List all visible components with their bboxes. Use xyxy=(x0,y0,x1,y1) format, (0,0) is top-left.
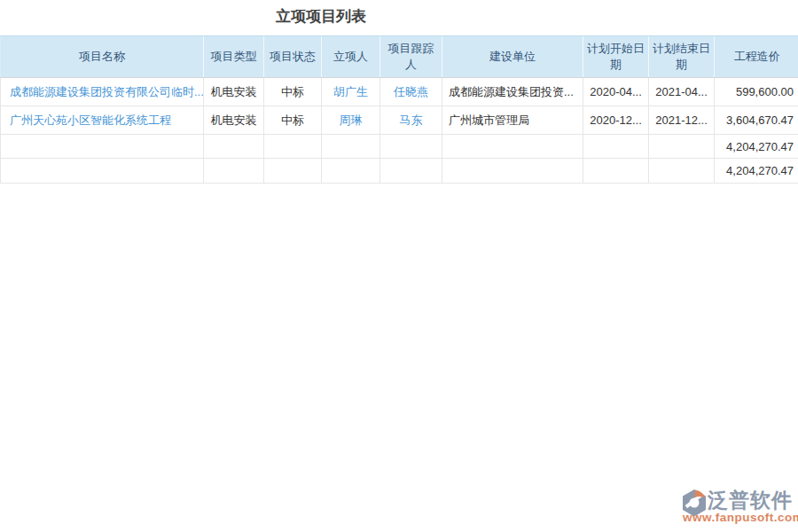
cell-tracker xyxy=(380,135,442,159)
cell-start: 2020-12... xyxy=(583,106,649,135)
table-row: 成都能源建设集团投资有限公司临时...机电安装中标胡广生任晓燕成都能源建设集团投… xyxy=(1,78,798,106)
cell-status: 中标 xyxy=(264,106,322,135)
table-row: 4,204,270.47 xyxy=(1,135,798,159)
cell-creator: 胡广生 xyxy=(322,78,380,106)
cell-start xyxy=(583,159,649,184)
cell-tracker: 任晓燕 xyxy=(380,78,442,106)
cell-status xyxy=(264,159,322,184)
cell-type xyxy=(204,135,264,159)
col-header-status: 项目状态 xyxy=(264,36,322,78)
col-header-end: 计划结束日期 xyxy=(649,36,715,78)
cell-cost: 3,604,670.47 xyxy=(715,106,798,135)
table-body: 成都能源建设集团投资有限公司临时...机电安装中标胡广生任晓燕成都能源建设集团投… xyxy=(1,78,798,184)
cell-org: 广州城市管理局 xyxy=(442,106,583,135)
col-header-tracker: 项目跟踪人 xyxy=(380,36,442,78)
cell-org xyxy=(442,159,583,184)
table-header: 项目名称项目类型项目状态立项人项目跟踪人建设单位计划开始日期计划结束日期工程造价 xyxy=(1,36,798,78)
fanpu-url-text: www.fanpusoft.com xyxy=(683,511,798,524)
cell-type: 机电安装 xyxy=(204,106,264,135)
cell-end xyxy=(649,135,715,159)
creator-link[interactable]: 周琳 xyxy=(340,113,363,127)
col-header-org: 建设单位 xyxy=(442,36,583,78)
cell-end xyxy=(649,159,715,184)
cell-type xyxy=(204,159,264,184)
cell-org xyxy=(442,135,583,159)
creator-link[interactable]: 胡广生 xyxy=(333,85,368,98)
name-link[interactable]: 成都能源建设集团投资有限公司临时... xyxy=(10,85,204,98)
cell-tracker xyxy=(380,159,442,184)
table-row: 4,204,270.47 xyxy=(1,159,798,184)
cell-start xyxy=(583,135,649,159)
cell-name xyxy=(1,159,204,184)
cell-tracker: 马东 xyxy=(380,106,442,135)
cell-type: 机电安装 xyxy=(204,78,264,106)
page-title: 立项项目列表 xyxy=(0,4,642,30)
col-header-start: 计划开始日期 xyxy=(583,36,649,78)
cell-status: 中标 xyxy=(264,78,322,106)
table-row: 广州天心苑小区智能化系统工程机电安装中标周琳马东广州城市管理局2020-12..… xyxy=(1,106,798,135)
cell-name: 成都能源建设集团投资有限公司临时... xyxy=(1,78,204,106)
cell-name: 广州天心苑小区智能化系统工程 xyxy=(1,106,204,135)
tracker-link[interactable]: 马东 xyxy=(400,113,423,127)
cell-start: 2020-04... xyxy=(583,78,649,106)
cell-org: 成都能源建设集团投资... xyxy=(442,78,583,106)
cell-cost: 4,204,270.47 xyxy=(715,159,798,184)
cell-status xyxy=(264,135,322,159)
cell-end: 2021-12... xyxy=(649,106,715,135)
cell-cost: 599,600.00 xyxy=(715,78,798,106)
cell-end: 2021-04... xyxy=(649,78,715,106)
cell-creator xyxy=(322,135,380,159)
col-header-creator: 立项人 xyxy=(322,36,380,78)
cell-creator xyxy=(322,159,380,184)
col-header-type: 项目类型 xyxy=(204,36,264,78)
cell-cost: 4,204,270.47 xyxy=(715,135,798,159)
col-header-cost: 工程造价 xyxy=(715,36,798,78)
table-header-row: 项目名称项目类型项目状态立项人项目跟踪人建设单位计划开始日期计划结束日期工程造价 xyxy=(1,36,798,78)
name-link[interactable]: 广州天心苑小区智能化系统工程 xyxy=(10,113,171,127)
fanpu-logo: 泛普软件 www.fanpusoft.com xyxy=(667,486,798,528)
col-header-name: 项目名称 xyxy=(1,36,204,78)
cell-creator: 周琳 xyxy=(322,106,380,135)
tracker-link[interactable]: 任晓燕 xyxy=(394,85,428,98)
cell-name xyxy=(1,135,204,159)
project-list-table: 项目名称项目类型项目状态立项人项目跟踪人建设单位计划开始日期计划结束日期工程造价… xyxy=(0,35,798,184)
